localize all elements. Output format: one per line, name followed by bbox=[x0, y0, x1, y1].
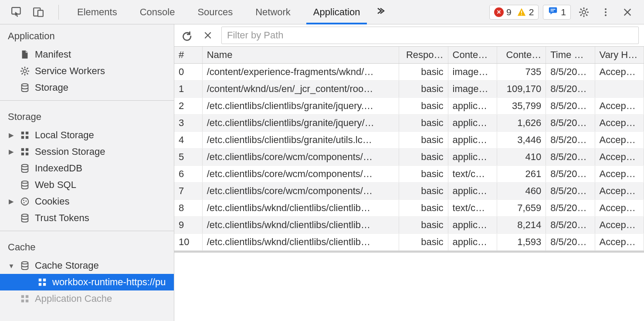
table-cell: Accep… bbox=[595, 217, 644, 234]
table-row[interactable]: 2/etc.clientlibs/clientlibs/granite/jque… bbox=[174, 98, 644, 115]
topbar-right: × 9 2 1 bbox=[489, 3, 644, 21]
grid-icon bbox=[19, 130, 31, 141]
manifest-icon bbox=[19, 49, 31, 60]
table-cell: applic… bbox=[448, 183, 497, 200]
table-cell: image… bbox=[448, 81, 497, 98]
table-cell: /etc.clientlibs/core/wcm/components/… bbox=[202, 183, 399, 200]
tab-sources[interactable]: Sources bbox=[186, 0, 244, 24]
main: ApplicationManifestService WorkersStorag… bbox=[0, 24, 644, 321]
error-icon: × bbox=[494, 7, 504, 17]
table-cell: applic… bbox=[448, 132, 497, 149]
sidebar-item-cache-storage[interactable]: ▼Cache Storage bbox=[0, 257, 174, 274]
table-row[interactable]: 0/content/experience-fragments/wknd/…bas… bbox=[174, 64, 644, 81]
sidebar-item-label: Storage bbox=[35, 82, 68, 93]
console-status-badge[interactable]: × 9 2 bbox=[489, 5, 539, 20]
settings-icon[interactable] bbox=[575, 3, 593, 21]
table-cell: Accep… bbox=[595, 115, 644, 132]
tab-elements[interactable]: Elements bbox=[66, 0, 129, 24]
sidebar-item-indexeddb[interactable]: IndexedDB bbox=[0, 160, 174, 177]
more-tabs-icon[interactable] bbox=[375, 6, 385, 19]
table-header[interactable]: Vary H… bbox=[595, 47, 644, 64]
close-devtools-icon[interactable] bbox=[619, 3, 636, 21]
table-row[interactable]: 10/etc.clientlibs/wknd/clientlibs/client… bbox=[174, 234, 644, 251]
filter-input[interactable] bbox=[221, 27, 639, 44]
table-header[interactable]: # bbox=[174, 47, 202, 64]
table-cell: basic bbox=[399, 166, 448, 183]
table-cell: 410 bbox=[497, 149, 546, 166]
tab-console[interactable]: Console bbox=[129, 0, 186, 24]
table-cell: 1,593 bbox=[497, 234, 546, 251]
table-cell: 3,446 bbox=[497, 132, 546, 149]
table-cell: Accep… bbox=[595, 166, 644, 183]
sidebar-item-trust-tokens[interactable]: Trust Tokens bbox=[0, 210, 174, 226]
table-cell: 735 bbox=[497, 64, 546, 81]
table-cell: 8/5/20… bbox=[546, 166, 595, 183]
table-cell: basic bbox=[399, 81, 448, 98]
warnings-count: 2 bbox=[529, 7, 534, 17]
table-header[interactable]: Respo… bbox=[399, 47, 448, 64]
table-row[interactable]: 5/etc.clientlibs/core/wcm/components/…ba… bbox=[174, 149, 644, 166]
issues-badge[interactable]: 1 bbox=[543, 5, 571, 20]
table-header[interactable]: Conte… bbox=[448, 47, 497, 64]
db-icon bbox=[19, 163, 31, 174]
sidebar-item-application-cache[interactable]: Application Cache bbox=[0, 290, 174, 307]
kebab-menu-icon[interactable] bbox=[597, 3, 614, 21]
sidebar-item-local-storage[interactable]: ▶Local Storage bbox=[0, 127, 174, 143]
table-cell: applic… bbox=[448, 234, 497, 251]
table-cell: basic bbox=[399, 217, 448, 234]
table-row[interactable]: 6/etc.clientlibs/core/wcm/components/…ba… bbox=[174, 166, 644, 183]
sidebar-item-storage[interactable]: Storage bbox=[0, 79, 174, 96]
sidebar-item-label: Cache Storage bbox=[35, 260, 99, 271]
table-cell: /content/experience-fragments/wknd/… bbox=[202, 64, 399, 81]
table-row[interactable]: 4/etc.clientlibs/clientlibs/granite/util… bbox=[174, 132, 644, 149]
table-cell: Accep… bbox=[595, 64, 644, 81]
expand-arrow-icon: ▼ bbox=[8, 262, 15, 270]
cache-entries-table: #NameRespo…Conte…Conte…Time …Vary H… 0/c… bbox=[174, 46, 644, 251]
db-icon bbox=[19, 212, 31, 224]
table-cell: /etc.clientlibs/wknd/clientlibs/clientli… bbox=[202, 217, 399, 234]
table-cell: basic bbox=[399, 98, 448, 115]
table-cell: 0 bbox=[174, 64, 202, 81]
table-cell: 8/5/20… bbox=[546, 217, 595, 234]
table-row[interactable]: 3/etc.clientlibs/clientlibs/granite/jque… bbox=[174, 115, 644, 132]
sidebar-item-label: Trust Tokens bbox=[35, 212, 89, 224]
devtools-tabs: ElementsConsoleSourcesNetworkApplication bbox=[66, 0, 371, 24]
sidebar-item-workbox-runtime-https-pu[interactable]: workbox-runtime-https://pu bbox=[0, 274, 174, 290]
tab-application[interactable]: Application bbox=[302, 0, 372, 24]
table-header[interactable]: Time … bbox=[546, 47, 595, 64]
refresh-button[interactable] bbox=[180, 28, 194, 43]
devtools-topbar: ElementsConsoleSourcesNetworkApplication… bbox=[0, 0, 644, 24]
sidebar-item-cookies[interactable]: ▶Cookies bbox=[0, 193, 174, 210]
table-cell: 8/5/20… bbox=[546, 132, 595, 149]
sidebar-item-manifest[interactable]: Manifest bbox=[0, 46, 174, 63]
table-cell: basic bbox=[399, 132, 448, 149]
table-cell: 8 bbox=[174, 200, 202, 217]
table-row[interactable]: 8/etc.clientlibs/wknd/clientlibs/clientl… bbox=[174, 200, 644, 217]
tab-network[interactable]: Network bbox=[244, 0, 302, 24]
sidebar-item-service-workers[interactable]: Service Workers bbox=[0, 63, 174, 79]
table-row[interactable]: 7/etc.clientlibs/core/wcm/components/…ba… bbox=[174, 183, 644, 200]
table-cell: 8,214 bbox=[497, 217, 546, 234]
sidebar-item-label: Service Workers bbox=[35, 65, 105, 77]
table-cell: Accep… bbox=[595, 183, 644, 200]
table-cell: 8/5/20… bbox=[546, 98, 595, 115]
table-row[interactable]: 1/content/wknd/us/en/_jcr_content/roo…ba… bbox=[174, 81, 644, 98]
sidebar-item-web-sql[interactable]: Web SQL bbox=[0, 177, 174, 193]
table-cell: Accep… bbox=[595, 234, 644, 251]
table-row[interactable]: 9/etc.clientlibs/wknd/clientlibs/clientl… bbox=[174, 217, 644, 234]
table-cell: 9 bbox=[174, 217, 202, 234]
table-cell: 261 bbox=[497, 166, 546, 183]
table-cell: 8/5/20… bbox=[546, 64, 595, 81]
delete-selected-button[interactable] bbox=[200, 28, 215, 43]
table-cell: 3 bbox=[174, 115, 202, 132]
table-cell: /etc.clientlibs/wknd/clientlibs/clientli… bbox=[202, 200, 399, 217]
sidebar-divider bbox=[0, 231, 174, 231]
grid-icon bbox=[37, 277, 48, 288]
device-toolbar-icon[interactable] bbox=[30, 3, 47, 21]
table-header[interactable]: Name bbox=[202, 47, 399, 64]
table-header[interactable]: Conte… bbox=[497, 47, 546, 64]
inspect-element-icon[interactable] bbox=[8, 3, 25, 21]
sidebar-item-session-storage[interactable]: ▶Session Storage bbox=[0, 143, 174, 160]
table-cell: 1,626 bbox=[497, 115, 546, 132]
table-cell: Accep… bbox=[595, 200, 644, 217]
